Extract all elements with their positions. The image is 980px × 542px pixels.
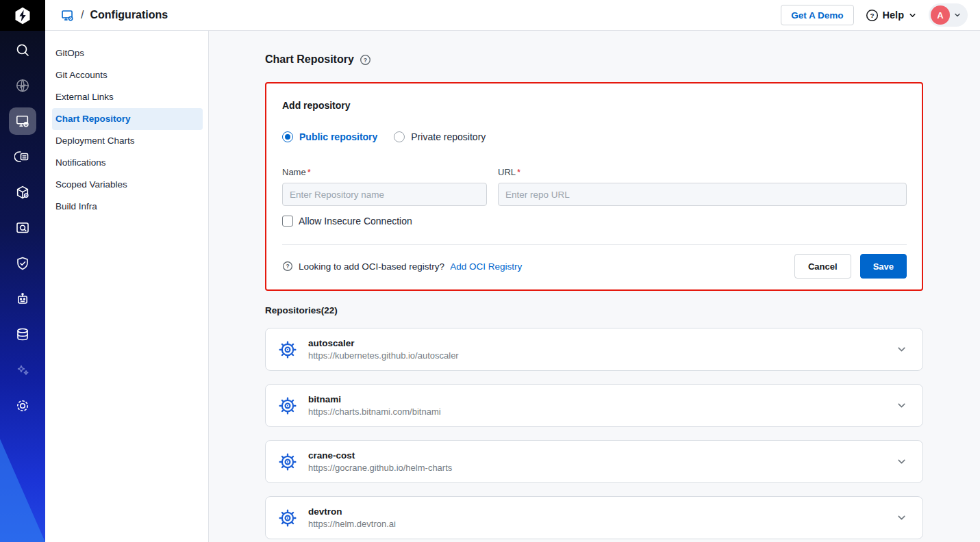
radio-label: Public repository [299,131,377,142]
radio-circle-icon [394,131,405,142]
repository-name: crane-cost [308,450,452,461]
page-breadcrumb-title: Configurations [90,9,168,21]
configurations-icon[interactable] [60,8,75,23]
rail-item-search[interactable] [0,32,45,68]
globe-chart-icon [9,72,36,99]
rail-item-resources[interactable] [0,317,45,352]
repository-name-input[interactable] [282,183,487,206]
robot-icon [9,285,36,313]
repository-text: autoscaler https://kubernetes.github.io/… [308,338,459,361]
chevron-down-icon [908,11,917,20]
package-gear-icon [9,179,36,206]
checkbox-label: Allow Insecure Connection [299,216,412,227]
repository-card[interactable]: bitnami https://charts.bitnami.com/bitna… [265,384,923,427]
subnav-item[interactable]: Chart Repository [52,108,203,130]
rail-item-settings[interactable] [0,388,45,424]
chevron-down-icon[interactable] [896,456,907,467]
form-action-buttons: Cancel Save [794,254,907,279]
database-icon [9,321,36,348]
get-a-demo-button[interactable]: Get A Demo [781,5,853,25]
chevron-down-icon[interactable] [896,400,907,411]
repository-card[interactable]: autoscaler https://kubernetes.github.io/… [265,328,923,371]
rail-item-clusters[interactable] [0,210,45,246]
chart-store-icon [9,143,36,170]
url-field-label: URL* [498,167,907,177]
radio-public-repository[interactable]: Public repository [282,131,377,142]
repository-url: https://helm.devtron.ai [308,519,396,529]
add-repository-form: Add repository Public repository Private… [265,82,923,291]
page-title: Chart Repository [265,53,354,66]
rail-item-ai-assistant[interactable] [0,352,45,388]
name-field-label: Name* [282,167,487,177]
info-question-icon: ? [282,261,293,272]
subnav-item[interactable]: Scoped Variables [52,174,203,196]
form-title: Add repository [282,100,907,111]
subnav-item[interactable]: Git Accounts [52,64,203,86]
subnav-item[interactable]: External Links [52,86,203,108]
subnav-item[interactable]: GitOps [52,42,203,64]
chevron-down-icon [953,11,962,19]
radio-private-repository[interactable]: Private repository [394,131,486,142]
breadcrumb: / Configurations [60,8,168,23]
devtron-logo-icon [13,6,32,25]
repository-url: https://gocrane.github.io/helm-charts [308,463,452,473]
devtron-logo-box[interactable] [0,0,45,31]
rail-item-packages[interactable] [0,175,45,210]
helm-wheel-icon [277,452,298,472]
repository-url: https://kubernetes.github.io/autoscaler [308,350,459,361]
repository-name: bitnami [308,394,441,404]
helm-wheel-icon [277,508,298,528]
allow-insecure-checkbox-row[interactable]: Allow Insecure Connection [282,216,907,227]
icon-rail-items [0,31,45,424]
repository-url-input[interactable] [498,183,907,206]
breadcrumb-separator: / [81,9,84,21]
helm-wheel-icon [277,396,298,416]
repository-text: crane-cost https://gocrane.github.io/hel… [308,450,452,473]
radio-circle-icon [282,131,293,142]
rail-item-jobs[interactable] [0,281,45,317]
rail-item-security[interactable] [0,246,45,281]
form-fields-row: Name* URL* [282,167,907,206]
box-gear-icon [9,214,36,242]
help-label: Help [883,10,904,21]
required-marker: * [307,167,311,177]
help-question-icon[interactable]: ? [360,54,371,66]
avatar: A [931,5,950,25]
icon-rail [0,31,45,542]
radio-label: Private repository [411,131,486,142]
search-icon [9,36,36,64]
rail-item-chart-store[interactable] [0,139,45,175]
app-root: / Configurations Get A Demo ? Help A [0,0,980,542]
user-menu[interactable]: A [929,3,968,27]
helm-wheel-icon [277,339,298,360]
rail-item-resource-watch[interactable] [0,68,45,103]
repositories-heading: Repositories(22) [265,305,923,315]
gear-icon [9,392,36,420]
subnav-item[interactable]: Deployment Charts [52,130,203,152]
top-header: / Configurations Get A Demo ? Help A [45,0,980,31]
save-button[interactable]: Save [860,254,907,279]
svg-text:?: ? [870,11,874,18]
form-footer: ? Looking to add OCI-based registry? Add… [282,245,907,279]
url-field-group: URL* [498,167,907,206]
repository-card[interactable]: crane-cost https://gocrane.github.io/hel… [265,440,923,483]
name-field-group: Name* [282,167,487,206]
repository-name: devtron [308,506,396,517]
repository-card[interactable]: devtron https://helm.devtron.ai [265,496,923,539]
chevron-down-icon[interactable] [896,344,907,355]
subnav-item[interactable]: Build Infra [52,196,203,218]
oci-hint: ? Looking to add OCI-based registry? Add… [282,261,522,272]
help-menu[interactable]: ? Help [866,9,917,22]
rail-item-configurations[interactable] [0,103,45,139]
page-title-row: Chart Repository ? [265,53,923,66]
content-row: GitOpsGit AccountsExternal LinksChart Re… [45,31,980,542]
chevron-down-icon[interactable] [896,512,907,524]
main-panel: Chart Repository ? Add repository Public… [209,31,980,542]
add-oci-registry-link[interactable]: Add OCI Registry [450,261,522,272]
topbar-actions: Get A Demo ? Help A [781,3,968,27]
shield-check-icon [9,250,36,277]
repository-text: devtron https://helm.devtron.ai [308,506,396,529]
configurations-icon [9,107,36,135]
subnav-item[interactable]: Notifications [52,152,203,174]
cancel-button[interactable]: Cancel [794,254,851,279]
